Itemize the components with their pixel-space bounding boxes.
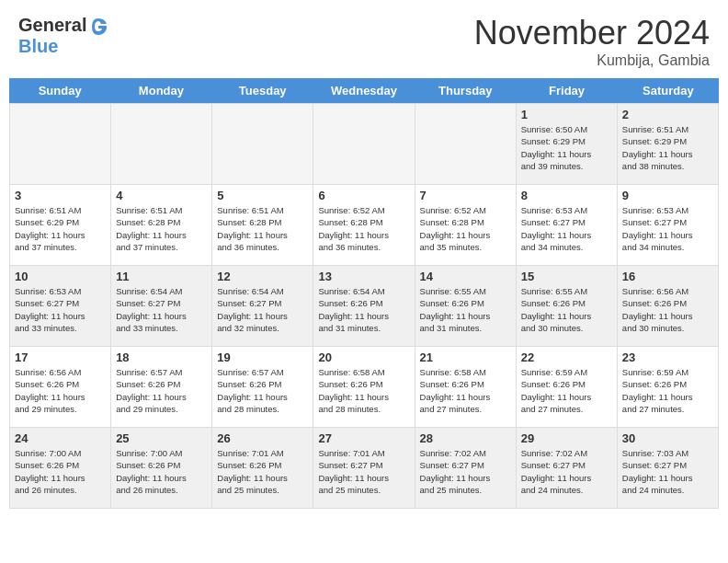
day-number: 10: [15, 270, 106, 283]
day-info: Sunrise: 7:02 AM Sunset: 6:27 PM Dayligh…: [420, 447, 511, 496]
day-info: Sunrise: 6:59 AM Sunset: 6:26 PM Dayligh…: [622, 366, 713, 415]
day-info: Sunrise: 7:01 AM Sunset: 6:26 PM Dayligh…: [217, 447, 308, 496]
calendar-cell: [111, 104, 212, 185]
day-info: Sunrise: 6:54 AM Sunset: 6:27 PM Dayligh…: [116, 285, 207, 334]
day-info: Sunrise: 6:55 AM Sunset: 6:26 PM Dayligh…: [521, 285, 612, 334]
calendar-cell: 23Sunrise: 6:59 AM Sunset: 6:26 PM Dayli…: [618, 347, 719, 428]
day-info: Sunrise: 6:51 AM Sunset: 6:29 PM Dayligh…: [622, 123, 713, 172]
weekday-header: Friday: [516, 78, 617, 103]
calendar-cell: 15Sunrise: 6:55 AM Sunset: 6:26 PM Dayli…: [517, 266, 618, 347]
day-info: Sunrise: 6:56 AM Sunset: 6:26 PM Dayligh…: [622, 285, 713, 334]
day-info: Sunrise: 6:51 AM Sunset: 6:29 PM Dayligh…: [15, 204, 106, 253]
calendar-cell: 21Sunrise: 6:58 AM Sunset: 6:26 PM Dayli…: [415, 347, 517, 428]
calendar-header: SundayMondayTuesdayWednesdayThursdayFrid…: [9, 78, 719, 103]
weekday-header: Saturday: [618, 78, 719, 103]
calendar-cell: 11Sunrise: 6:54 AM Sunset: 6:27 PM Dayli…: [111, 266, 212, 347]
day-info: Sunrise: 6:57 AM Sunset: 6:26 PM Dayligh…: [217, 366, 308, 415]
calendar-cell: 1Sunrise: 6:50 AM Sunset: 6:29 PM Daylig…: [517, 104, 618, 185]
calendar: SundayMondayTuesdayWednesdayThursdayFrid…: [9, 78, 719, 509]
day-number: 2: [622, 108, 713, 121]
month-title: November 2024: [474, 14, 710, 52]
calendar-cell: 19Sunrise: 6:57 AM Sunset: 6:26 PM Dayli…: [212, 347, 313, 428]
calendar-cell: [313, 104, 415, 185]
day-number: 21: [420, 350, 511, 364]
day-number: 23: [622, 350, 713, 364]
day-number: 16: [622, 270, 713, 283]
calendar-cell: 12Sunrise: 6:54 AM Sunset: 6:27 PM Dayli…: [212, 266, 313, 347]
day-number: 19: [217, 350, 308, 364]
calendar-cell: 16Sunrise: 6:56 AM Sunset: 6:26 PM Dayli…: [618, 266, 719, 347]
day-number: 8: [521, 189, 612, 202]
day-info: Sunrise: 6:50 AM Sunset: 6:29 PM Dayligh…: [521, 123, 612, 172]
calendar-cell: 8Sunrise: 6:53 AM Sunset: 6:27 PM Daylig…: [517, 185, 618, 266]
calendar-cell: 18Sunrise: 6:57 AM Sunset: 6:26 PM Dayli…: [111, 347, 212, 428]
day-info: Sunrise: 6:59 AM Sunset: 6:26 PM Dayligh…: [521, 366, 612, 415]
day-info: Sunrise: 6:52 AM Sunset: 6:28 PM Dayligh…: [318, 204, 409, 253]
day-number: 12: [217, 270, 308, 283]
day-number: 18: [116, 350, 207, 364]
day-info: Sunrise: 6:53 AM Sunset: 6:27 PM Dayligh…: [521, 204, 612, 253]
logo-blue: Blue: [18, 35, 108, 57]
day-info: Sunrise: 6:58 AM Sunset: 6:26 PM Dayligh…: [318, 366, 409, 415]
day-number: 20: [318, 350, 409, 364]
day-number: 25: [116, 431, 207, 445]
calendar-cell: 20Sunrise: 6:58 AM Sunset: 6:26 PM Dayli…: [313, 347, 415, 428]
calendar-cell: 22Sunrise: 6:59 AM Sunset: 6:26 PM Dayli…: [517, 347, 618, 428]
logo: General Blue: [18, 14, 108, 57]
day-number: 4: [116, 189, 207, 202]
day-info: Sunrise: 6:54 AM Sunset: 6:27 PM Dayligh…: [217, 285, 308, 334]
day-info: Sunrise: 7:01 AM Sunset: 6:27 PM Dayligh…: [318, 447, 409, 496]
day-info: Sunrise: 6:56 AM Sunset: 6:26 PM Dayligh…: [15, 366, 106, 415]
calendar-cell: 3Sunrise: 6:51 AM Sunset: 6:29 PM Daylig…: [10, 185, 111, 266]
day-info: Sunrise: 7:00 AM Sunset: 6:26 PM Dayligh…: [116, 447, 207, 496]
day-number: 14: [420, 270, 511, 283]
weekday-header: Sunday: [9, 78, 110, 103]
day-info: Sunrise: 6:53 AM Sunset: 6:27 PM Dayligh…: [622, 204, 713, 253]
calendar-cell: 28Sunrise: 7:02 AM Sunset: 6:27 PM Dayli…: [415, 428, 517, 509]
calendar-cell: 9Sunrise: 6:53 AM Sunset: 6:27 PM Daylig…: [618, 185, 719, 266]
title-block: November 2024 Kumbija, Gambia: [474, 14, 710, 69]
calendar-cell: 17Sunrise: 6:56 AM Sunset: 6:26 PM Dayli…: [10, 347, 111, 428]
weekday-header: Tuesday: [212, 78, 313, 103]
day-info: Sunrise: 6:51 AM Sunset: 6:28 PM Dayligh…: [217, 204, 308, 253]
calendar-cell: 24Sunrise: 7:00 AM Sunset: 6:26 PM Dayli…: [10, 428, 111, 509]
day-number: 11: [116, 270, 207, 283]
calendar-cell: [212, 104, 313, 185]
logo-text: General Blue: [18, 14, 108, 57]
day-info: Sunrise: 7:03 AM Sunset: 6:27 PM Dayligh…: [622, 447, 713, 496]
calendar-cell: 25Sunrise: 7:00 AM Sunset: 6:26 PM Dayli…: [111, 428, 212, 509]
day-info: Sunrise: 6:57 AM Sunset: 6:26 PM Dayligh…: [116, 366, 207, 415]
day-info: Sunrise: 6:58 AM Sunset: 6:26 PM Dayligh…: [420, 366, 511, 415]
calendar-cell: 5Sunrise: 6:51 AM Sunset: 6:28 PM Daylig…: [212, 185, 313, 266]
calendar-cell: 27Sunrise: 7:01 AM Sunset: 6:27 PM Dayli…: [313, 428, 415, 509]
day-number: 5: [217, 189, 308, 202]
day-number: 7: [420, 189, 511, 202]
day-number: 15: [521, 270, 612, 283]
day-number: 6: [318, 189, 409, 202]
calendar-cell: 13Sunrise: 6:54 AM Sunset: 6:26 PM Dayli…: [313, 266, 415, 347]
calendar-cell: 6Sunrise: 6:52 AM Sunset: 6:28 PM Daylig…: [313, 185, 415, 266]
calendar-cell: 4Sunrise: 6:51 AM Sunset: 6:28 PM Daylig…: [111, 185, 212, 266]
calendar-cell: 10Sunrise: 6:53 AM Sunset: 6:27 PM Dayli…: [10, 266, 111, 347]
day-number: 24: [15, 431, 106, 445]
calendar-cell: 26Sunrise: 7:01 AM Sunset: 6:26 PM Dayli…: [212, 428, 313, 509]
calendar-cell: 2Sunrise: 6:51 AM Sunset: 6:29 PM Daylig…: [618, 104, 719, 185]
day-number: 30: [622, 431, 713, 445]
location: Kumbija, Gambia: [474, 52, 710, 69]
day-number: 13: [318, 270, 409, 283]
day-number: 17: [15, 350, 106, 364]
day-info: Sunrise: 6:51 AM Sunset: 6:28 PM Dayligh…: [116, 204, 207, 253]
calendar-cell: 14Sunrise: 6:55 AM Sunset: 6:26 PM Dayli…: [415, 266, 517, 347]
day-number: 26: [217, 431, 308, 445]
day-number: 28: [420, 431, 511, 445]
day-info: Sunrise: 6:54 AM Sunset: 6:26 PM Dayligh…: [318, 285, 409, 334]
day-number: 9: [622, 189, 713, 202]
weekday-header: Monday: [110, 78, 211, 103]
day-number: 1: [521, 108, 612, 121]
day-info: Sunrise: 7:00 AM Sunset: 6:26 PM Dayligh…: [15, 447, 106, 496]
day-info: Sunrise: 6:55 AM Sunset: 6:26 PM Dayligh…: [420, 285, 511, 334]
day-number: 22: [521, 350, 612, 364]
day-number: 27: [318, 431, 409, 445]
calendar-cell: 30Sunrise: 7:03 AM Sunset: 6:27 PM Dayli…: [618, 428, 719, 509]
day-info: Sunrise: 6:52 AM Sunset: 6:28 PM Dayligh…: [420, 204, 511, 253]
